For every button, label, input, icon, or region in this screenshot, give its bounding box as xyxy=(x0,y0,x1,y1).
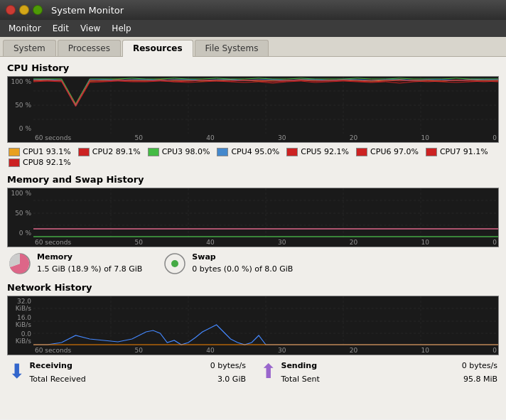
cpu2-legend: CPU2 89.1% xyxy=(78,147,141,156)
network-chart-svg xyxy=(33,296,498,346)
cpu2-color xyxy=(78,148,90,156)
cpu6-label: CPU6 97.0% xyxy=(370,147,419,156)
memory-chart-container: 100 % 50 % 0 % xyxy=(7,188,499,247)
minimize-button[interactable] xyxy=(19,5,29,15)
cpu-x-label-60: 60 seconds xyxy=(35,134,71,141)
cpu3-label: CPU3 98.0% xyxy=(162,147,210,156)
swap-item: Swap 0 bytes (0.0 %) of 8.0 GiB xyxy=(163,252,293,275)
cpu-section-title: CPU History xyxy=(7,63,499,73)
cpu5-legend: CPU5 92.1% xyxy=(286,147,349,156)
tab-bar: System Processes Resources File Systems xyxy=(0,37,506,57)
receiving-values: 0 bytes/s 3.0 GiB xyxy=(182,360,246,386)
menu-help[interactable]: Help xyxy=(106,22,136,35)
total-sent-value: 95.8 MiB xyxy=(434,373,497,387)
title-bar: System Monitor xyxy=(0,0,506,20)
maximize-button[interactable] xyxy=(33,5,43,15)
sending-icon: ⬆ xyxy=(260,360,276,383)
sending-values: 0 bytes/s 95.8 MiB xyxy=(434,360,497,386)
net-x-label-20: 20 xyxy=(350,347,357,354)
cpu-y-label-0: 0 % xyxy=(10,125,31,132)
receiving-col: ⬇ Receiving Total Received xyxy=(9,360,182,386)
cpu1-color xyxy=(9,148,20,156)
cpu4-color xyxy=(217,148,228,156)
cpu8-color xyxy=(9,158,20,167)
cpu-y-label-50: 50 % xyxy=(10,102,31,109)
mem-x-label-0: 0 xyxy=(492,239,497,246)
mem-x-label-40: 40 xyxy=(206,239,214,246)
receiving-speed: 0 bytes/s xyxy=(182,360,246,373)
total-sent-label: Total Sent xyxy=(281,373,319,387)
main-content: CPU History 100 % 50 % 0 % xyxy=(0,57,506,419)
memory-section: Memory and Swap History 100 % 50 % 0 % xyxy=(7,174,499,278)
network-chart-container: 32.0 KiB/s 16.0 KiB/s 0.0 KiB/s xyxy=(7,296,499,355)
memory-icon xyxy=(9,252,31,275)
memory-text: Memory 1.5 GiB (18.9 %) of 7.8 GiB xyxy=(37,252,142,275)
mem-y-label-100: 100 % xyxy=(10,190,31,197)
net-y-label-0: 0.0 KiB/s xyxy=(10,330,31,345)
mem-x-label-10: 10 xyxy=(421,239,429,246)
tab-system[interactable]: System xyxy=(3,40,56,56)
cpu-x-label-30: 30 xyxy=(278,134,286,141)
network-section: Network History 32.0 KiB/s 16.0 KiB/s 0.… xyxy=(7,282,499,389)
receiving-icon: ⬇ xyxy=(9,360,25,383)
cpu7-label: CPU7 91.1% xyxy=(440,147,488,156)
memory-label: Memory xyxy=(37,252,142,264)
cpu-x-label-20: 20 xyxy=(350,134,357,141)
cpu1-label: CPU1 93.1% xyxy=(23,147,71,156)
cpu-x-label-10: 10 xyxy=(421,134,429,141)
network-chart-row: 32.0 KiB/s 16.0 KiB/s 0.0 KiB/s xyxy=(8,296,498,346)
sending-col: ⬆ Sending Total Sent xyxy=(260,360,434,386)
network-y-axis: 32.0 KiB/s 16.0 KiB/s 0.0 KiB/s xyxy=(8,296,33,346)
network-x-axis: 60 seconds 50 40 30 20 10 0 xyxy=(8,346,498,355)
receiving-label: Receiving xyxy=(29,360,85,373)
network-x-labels: 60 seconds 50 40 30 20 10 0 xyxy=(33,346,498,355)
net-x-label-40: 40 xyxy=(206,347,214,354)
close-button[interactable] xyxy=(6,5,16,15)
window-controls xyxy=(6,5,43,15)
cpu4-legend: CPU4 95.0% xyxy=(217,147,279,156)
net-x-label-10: 10 xyxy=(421,347,429,354)
memory-value: 1.5 GiB (18.9 %) of 7.8 GiB xyxy=(37,264,142,276)
sending-text: Sending Total Sent xyxy=(281,360,319,386)
receiving-text: Receiving Total Received xyxy=(29,360,85,386)
menu-view[interactable]: View xyxy=(75,22,106,35)
cpu-chart-svg xyxy=(33,77,498,134)
cpu-section: CPU History 100 % 50 % 0 % xyxy=(7,63,499,170)
memory-y-axis: 100 % 50 % 0 % xyxy=(8,188,33,238)
net-x-label-50: 50 xyxy=(134,347,142,354)
net-y-label-16: 16.0 KiB/s xyxy=(10,314,31,328)
swap-icon xyxy=(163,252,186,275)
cpu-x-label-40: 40 xyxy=(206,134,214,141)
cpu6-color xyxy=(356,148,367,156)
memory-chart-row: 100 % 50 % 0 % xyxy=(8,188,498,238)
total-received-label: Total Received xyxy=(29,373,85,387)
cpu8-label: CPU8 92.1% xyxy=(23,158,71,167)
tab-processes[interactable]: Processes xyxy=(58,40,121,56)
cpu5-color xyxy=(286,148,298,156)
network-info-row: ⬇ Receiving Total Received 0 bytes/s 3.0… xyxy=(7,357,499,389)
cpu4-label: CPU4 95.0% xyxy=(231,147,279,156)
cpu-x-axis: 60 seconds 50 40 30 20 10 0 xyxy=(8,134,498,142)
cpu-chart-container: 100 % 50 % 0 % xyxy=(7,76,499,143)
menu-monitor[interactable]: Monitor xyxy=(3,22,47,35)
menu-bar: Monitor Edit View Help xyxy=(0,20,506,37)
tab-filesystems[interactable]: File Systems xyxy=(195,40,269,56)
cpu-y-label-100: 100 % xyxy=(10,78,31,85)
cpu2-label: CPU2 89.1% xyxy=(92,147,141,156)
cpu8-legend: CPU8 92.1% xyxy=(9,158,71,167)
total-received-value: 3.0 GiB xyxy=(182,373,246,387)
sending-speed: 0 bytes/s xyxy=(434,360,497,373)
mem-x-label-20: 20 xyxy=(350,239,357,246)
cpu6-legend: CPU6 97.0% xyxy=(356,147,419,156)
network-section-title: Network History xyxy=(7,282,499,293)
swap-text: Swap 0 bytes (0.0 %) of 8.0 GiB xyxy=(192,252,293,275)
menu-edit[interactable]: Edit xyxy=(47,22,75,35)
memory-chart-svg xyxy=(33,188,498,238)
cpu-x-label-0: 0 xyxy=(492,134,497,141)
memory-info-row: Memory 1.5 GiB (18.9 %) of 7.8 GiB Swap … xyxy=(7,249,499,278)
swap-label: Swap xyxy=(192,252,293,264)
mem-x-label-60: 60 seconds xyxy=(35,239,71,246)
cpu7-color xyxy=(426,148,437,156)
net-x-label-30: 30 xyxy=(278,347,286,354)
tab-resources[interactable]: Resources xyxy=(122,40,193,57)
